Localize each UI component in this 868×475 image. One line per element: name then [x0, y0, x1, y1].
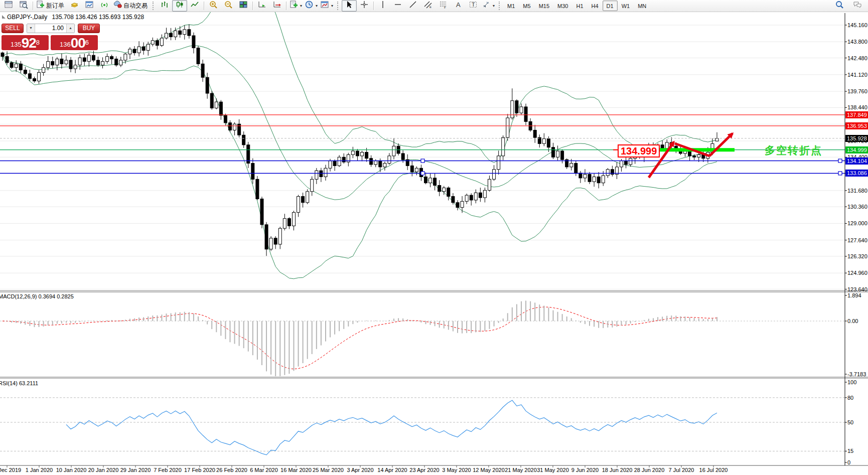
- price-tick-label: 129.000: [847, 220, 867, 226]
- indicators-caret-icon[interactable]: ▾: [300, 4, 302, 8]
- candlestick-chart-button[interactable]: [172, 0, 187, 12]
- signals-icon: [100, 1, 109, 11]
- line-handle[interactable]: [421, 159, 424, 163]
- fibo-glyph: F: [439, 1, 448, 9]
- templates-button[interactable]: ▾: [319, 0, 335, 12]
- price-tick-label: 143.800: [847, 39, 867, 45]
- sell-price-sup: 8: [36, 35, 40, 50]
- macd-signal-line: [3, 307, 717, 369]
- line-handle[interactable]: [421, 172, 424, 175]
- date-tick-label: 26 Feb 2020: [216, 467, 247, 473]
- line-chart-button[interactable]: [187, 0, 202, 12]
- timeframe-w1-button[interactable]: W1: [618, 1, 634, 11]
- date-tick-label: 10 Jan 2020: [56, 467, 87, 473]
- price-tick-label: 138.440: [847, 104, 867, 110]
- chart-shift-icon: [273, 1, 281, 11]
- price-annotation-box: 134.999: [618, 144, 660, 157]
- arrows-button[interactable]: ▾: [481, 0, 496, 12]
- price-tick-label: 142.480: [847, 55, 867, 61]
- search-glyph: [835, 1, 844, 9]
- symbol-search-button[interactable]: [832, 0, 847, 12]
- symbol-period-label: GBPJPY-,Daily: [7, 14, 47, 21]
- price-badge-135.928: 135.928: [845, 135, 868, 142]
- auto-scroll-button[interactable]: [254, 0, 269, 12]
- sell-price-big: 92: [22, 37, 36, 50]
- cross-glyph: [360, 1, 369, 9]
- text-button[interactable]: A: [451, 0, 466, 12]
- sell-price-display[interactable]: 135928: [2, 35, 49, 50]
- timeframe-m30-button[interactable]: M30: [553, 1, 572, 11]
- autotrading-button[interactable]: 自动交易: [112, 0, 150, 12]
- new-order-button[interactable]: 新订单: [35, 0, 67, 12]
- timeframe-m1-button[interactable]: M1: [503, 1, 519, 11]
- line-handle[interactable]: [838, 159, 842, 163]
- timeframe-d1-button[interactable]: D1: [603, 1, 618, 11]
- market-watch-button[interactable]: [67, 0, 82, 12]
- chart-shift-button[interactable]: [269, 0, 284, 12]
- toolbar-drag-handle[interactable]: [153, 2, 155, 10]
- bar-chart-icon: [161, 1, 169, 11]
- candle-glyph: [176, 1, 184, 9]
- autotrading-icon: [113, 1, 122, 11]
- tile-windows-button[interactable]: [236, 0, 251, 12]
- data-window-button[interactable]: [82, 0, 97, 12]
- one-click-collapse-icon[interactable]: [2, 15, 6, 19]
- date-tick-label: 23 Apr 2020: [409, 467, 439, 473]
- rsi-tick-label: 15: [847, 448, 853, 454]
- line-chart-icon: [191, 1, 199, 11]
- svg-text:F: F: [444, 6, 446, 9]
- buy-button[interactable]: BUY: [78, 24, 100, 33]
- autotrading-label: 自动交易: [123, 2, 149, 10]
- rsi-label: RSI(14) 63.2111: [0, 380, 38, 386]
- timeframe-m15-button[interactable]: M15: [535, 1, 553, 11]
- svg-text:A: A: [456, 1, 461, 9]
- fibonacci-button[interactable]: F: [436, 0, 451, 12]
- text-label-button[interactable]: T: [466, 0, 481, 12]
- buy-price-sup: 6: [85, 35, 89, 50]
- arrows-caret-icon[interactable]: ▾: [493, 4, 495, 8]
- zoom-in-button[interactable]: [206, 0, 221, 12]
- timeframe-mn-button[interactable]: MN: [634, 1, 650, 11]
- buy-price-display[interactable]: 136006: [51, 35, 98, 50]
- trendline-button[interactable]: [405, 0, 420, 12]
- volume-decrease-button[interactable]: ▾: [27, 24, 35, 33]
- new-chart-button[interactable]: [1, 0, 16, 12]
- shapes-glyph: [482, 1, 491, 9]
- rsi-tick-label: 50: [847, 419, 853, 425]
- horizontal-line-button[interactable]: [390, 0, 405, 12]
- cursor-button[interactable]: [342, 0, 357, 12]
- periods-caret-icon[interactable]: ▾: [316, 4, 318, 8]
- equidistant-channel-button[interactable]: E: [420, 0, 436, 12]
- date-tick-label: 9 Jun 2020: [571, 467, 599, 473]
- sell-button[interactable]: SELL: [2, 24, 24, 33]
- signals-button[interactable]: [97, 0, 112, 12]
- templates-caret-icon[interactable]: ▾: [331, 4, 333, 8]
- toolbar-drag-handle[interactable]: [499, 2, 501, 10]
- clock-glyph: [305, 1, 314, 9]
- periods-button[interactable]: ▾: [304, 0, 319, 12]
- arrows-icon: [482, 1, 491, 11]
- volume-input[interactable]: 1.00: [35, 24, 66, 33]
- timeframe-h4-button[interactable]: H4: [588, 1, 603, 11]
- volume-increase-button[interactable]: ▴: [66, 24, 74, 33]
- zoom-out-button[interactable]: [221, 0, 236, 12]
- profiles-button[interactable]: [16, 0, 31, 12]
- bollinger-lower: [3, 57, 717, 279]
- date-tick-label: 12 May 2020: [473, 467, 505, 473]
- hline-glyph: [394, 1, 402, 9]
- bar-chart-button[interactable]: [157, 0, 172, 12]
- timeframe-m5-button[interactable]: M5: [519, 1, 534, 11]
- vertical-line-button[interactable]: [375, 0, 390, 12]
- toolbar-drag-handle[interactable]: [337, 2, 340, 10]
- horizontal-line-icon: [394, 1, 402, 11]
- chart-canvas[interactable]: 145.160143.800142.480141.120139.760138.4…: [0, 0, 868, 475]
- macd-label: MACD(12,26,9) 0.3694 0.2825: [0, 293, 74, 299]
- autotrade-glyph: [113, 1, 122, 9]
- community-button[interactable]: [850, 0, 865, 12]
- line-handle[interactable]: [838, 172, 842, 175]
- crosshair-button[interactable]: [357, 0, 372, 12]
- community-icon: [853, 1, 862, 11]
- winmag-glyph: [20, 1, 28, 9]
- indicators-button[interactable]: ▾: [288, 0, 304, 12]
- timeframe-h1-button[interactable]: H1: [572, 1, 587, 11]
